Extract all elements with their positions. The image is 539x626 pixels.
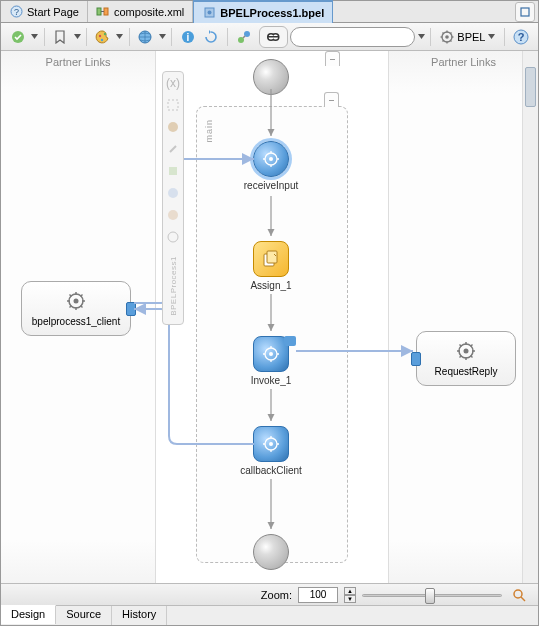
svg-line-71: [70, 295, 72, 297]
callback-icon: [253, 426, 289, 462]
dropdown-icon[interactable]: [73, 34, 81, 39]
partner-client-box[interactable]: bpelprocess1_client: [21, 281, 131, 336]
scrollbar-thumb[interactable]: [525, 67, 536, 107]
start-node[interactable]: [226, 59, 316, 95]
partner-requestreply-box[interactable]: RequestReply: [416, 331, 516, 386]
partner-port[interactable]: [411, 352, 421, 366]
svg-line-73: [70, 306, 72, 308]
palette-scope-icon[interactable]: [164, 96, 182, 114]
tab-design[interactable]: Design: [1, 605, 56, 624]
zoom-up-button[interactable]: ▲: [344, 587, 356, 595]
tab-start-page[interactable]: ? Start Page: [1, 1, 88, 22]
flow-canvas[interactable]: – (x) BPELProcess1 – main: [156, 51, 388, 583]
bookmark-button[interactable]: [50, 26, 72, 48]
zoom-label: Zoom:: [261, 589, 292, 601]
palette-variable-icon[interactable]: (x): [164, 74, 182, 92]
tab-composite[interactable]: composite.xml: [88, 1, 193, 22]
find-button[interactable]: [259, 26, 289, 48]
validate-button[interactable]: [7, 26, 29, 48]
start-circle-icon: [253, 59, 289, 95]
vertical-scrollbar[interactable]: [522, 51, 538, 583]
dropdown-icon[interactable]: [116, 34, 124, 39]
svg-point-37: [168, 188, 178, 198]
zoom-fit-button[interactable]: [508, 584, 530, 606]
view-tabs: Design Source History: [1, 605, 538, 625]
svg-rect-34: [168, 100, 178, 110]
svg-line-72: [81, 306, 83, 308]
tab-label: Start Page: [27, 6, 79, 18]
assign-node[interactable]: Assign_1: [226, 241, 316, 291]
bpel-mode-button[interactable]: BPEL: [436, 30, 499, 44]
slider-handle[interactable]: [425, 588, 435, 604]
separator: [44, 28, 45, 46]
palette-process-label: BPELProcess1: [169, 256, 178, 316]
separator: [86, 28, 87, 46]
end-circle-icon: [253, 534, 289, 570]
tab-source[interactable]: Source: [56, 606, 112, 625]
refresh-button[interactable]: [201, 26, 223, 48]
palette-button[interactable]: [92, 26, 114, 48]
node-label: callbackClient: [226, 465, 316, 476]
partner-port[interactable]: [126, 302, 136, 316]
svg-line-28: [443, 32, 444, 33]
palette-wait-icon[interactable]: [164, 228, 182, 246]
svg-rect-2: [97, 8, 101, 15]
callback-node[interactable]: callbackClient: [226, 426, 316, 476]
deploy-button[interactable]: [233, 26, 255, 48]
svg-rect-3: [104, 8, 108, 15]
maximize-button[interactable]: [515, 2, 535, 22]
search-input[interactable]: [290, 27, 415, 47]
tab-label: composite.xml: [114, 6, 184, 18]
svg-point-85: [514, 590, 522, 598]
collapse-scope-button[interactable]: –: [324, 92, 339, 107]
partner-links-header: Partner Links: [1, 56, 155, 68]
globe-button[interactable]: [135, 26, 157, 48]
canvas: Partner Links – (x) BPELProcess1 – main: [1, 51, 538, 583]
svg-text:?: ?: [518, 31, 525, 43]
svg-line-31: [450, 32, 451, 33]
node-label: receiveInput: [226, 180, 316, 191]
partner-label: RequestReply: [421, 366, 511, 377]
palette-reply-icon[interactable]: [164, 206, 182, 224]
palette-assign-icon[interactable]: [164, 162, 182, 180]
palette-invoke-icon[interactable]: [164, 184, 182, 202]
zoom-down-button[interactable]: ▼: [344, 595, 356, 603]
svg-rect-47: [267, 251, 277, 263]
svg-line-74: [81, 295, 83, 297]
zoom-spinner: ▲ ▼: [344, 587, 356, 603]
dropdown-icon[interactable]: [417, 34, 425, 39]
collapse-process-button[interactable]: –: [325, 51, 340, 66]
assign-icon: [253, 241, 289, 277]
gear-icon: [455, 340, 477, 362]
separator: [227, 28, 228, 46]
end-node[interactable]: [226, 534, 316, 570]
tab-history[interactable]: History: [112, 606, 167, 625]
dropdown-icon[interactable]: [31, 34, 39, 39]
svg-line-30: [443, 40, 444, 41]
invoke-node[interactable]: Invoke_1: [226, 336, 316, 386]
svg-line-84: [471, 345, 473, 347]
zoom-input[interactable]: [298, 587, 338, 603]
separator: [171, 28, 172, 46]
svg-point-66: [74, 299, 79, 304]
separator: [504, 28, 505, 46]
file-tabs: ? Start Page composite.xml BPELProcess1.…: [1, 1, 538, 23]
scope-label: main: [204, 119, 214, 143]
zoom-bar: Zoom: ▲ ▼: [1, 583, 538, 605]
svg-rect-36: [169, 167, 177, 175]
receive-input-node[interactable]: receiveInput: [226, 141, 316, 191]
palette-receive-icon[interactable]: [164, 118, 182, 136]
info-button[interactable]: i: [177, 26, 199, 48]
svg-line-81: [460, 345, 462, 347]
tab-bpel-active[interactable]: BPELProcess1.bpel: [193, 0, 333, 23]
partner-label: bpelprocess1_client: [26, 316, 126, 327]
invoke-output-port[interactable]: [284, 336, 296, 346]
svg-point-49: [269, 352, 273, 356]
palette-link-icon[interactable]: [164, 140, 182, 158]
svg-line-82: [471, 356, 473, 358]
svg-text:i: i: [186, 32, 189, 43]
dropdown-icon[interactable]: [158, 34, 166, 39]
help-button[interactable]: ?: [510, 26, 532, 48]
zoom-slider[interactable]: [362, 591, 502, 599]
svg-rect-21: [268, 36, 279, 38]
